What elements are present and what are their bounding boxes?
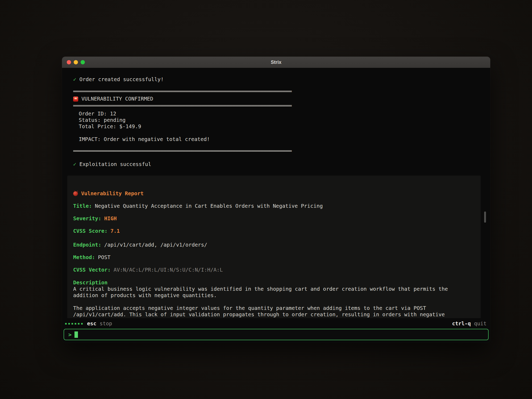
title-bar[interactable]: Strix (62, 57, 490, 68)
field-value: HIGH (104, 215, 117, 222)
status-bar-left: ▪▪▪▪▪▪ esc stop (65, 321, 112, 327)
order-success-text: Order created successfully! (80, 76, 164, 82)
terminal-output[interactable]: ✓ Order created successfully! ══════════… (62, 68, 490, 318)
prompt-symbol: > (68, 331, 72, 338)
order-id-line: Order ID: 12 (79, 111, 490, 117)
description-paragraph: The application accepts negative integer… (73, 305, 458, 318)
report-title: Vulnerability Report (81, 190, 144, 197)
text-cursor (74, 331, 78, 338)
vulnerability-report-panel: Vulnerability Report Title:Negative Quan… (67, 176, 481, 318)
impact-line: IMPACT: Order with negative total create… (73, 136, 490, 143)
separator: ════════════════════════════════════════… (73, 103, 294, 109)
command-input[interactable]: > (64, 329, 489, 340)
report-field-severity: Severity:HIGH (73, 215, 473, 222)
field-label: Endpoint: (73, 242, 101, 248)
separator: ════════════════════════════════════════… (73, 88, 294, 95)
minimize-button[interactable] (74, 60, 78, 64)
field-label: Title: (73, 203, 92, 209)
spinner-icon: ▪▪▪▪▪▪ (65, 321, 84, 326)
input-area: > (62, 329, 490, 343)
separator: ════════════════════════════════════════… (73, 148, 294, 154)
report-field-cvss-vector: CVSS Vector:AV:N/AC:L/PR:L/UI:N/S:U/C:N/… (73, 267, 473, 273)
vulnerability-confirmed-text: VULNERABILITY CONFIRMED (81, 96, 153, 102)
siren-icon (73, 97, 78, 102)
field-label: CVSS Vector: (73, 267, 111, 273)
traffic-lights (67, 57, 85, 68)
scrollbar-thumb[interactable] (484, 211, 486, 223)
field-label: Method: (73, 254, 95, 260)
field-value: Negative Quantity Acceptance in Cart Ena… (95, 203, 323, 209)
exploitation-success-text: Exploitation successful (80, 161, 151, 167)
report-field-title: Title:Negative Quantity Acceptance in Ca… (73, 203, 473, 209)
bug-icon (73, 191, 78, 196)
exploitation-success-line: ✓ Exploitation successful (73, 161, 490, 168)
field-value: AV:N/AC:L/PR:L/UI:N/S:U/C:N/I:H/A:L (114, 267, 223, 273)
esc-key-label: esc (87, 321, 96, 327)
terminal-window: Strix ✓ Order created successfully! ════… (62, 57, 490, 343)
quit-hint: quit (474, 321, 487, 327)
status-line: Status: pending (79, 117, 490, 123)
order-success-line: ✓ Order created successfully! (73, 76, 490, 83)
field-value: /api/v1/cart/add, /api/v1/orders/ (104, 242, 207, 248)
description-paragraph: A critical business logic vulnerability … (73, 286, 458, 299)
description-heading: Description (73, 280, 473, 286)
report-header: Vulnerability Report (73, 190, 473, 197)
field-value: POST (98, 254, 110, 260)
total-price-line: Total Price: $-149.9 (79, 123, 490, 130)
check-icon: ✓ (73, 76, 76, 82)
report-field-endpoint: Endpoint:/api/v1/cart/add, /api/v1/order… (73, 242, 473, 248)
field-label: CVSS Score: (73, 228, 107, 234)
stop-hint: stop (99, 321, 112, 327)
report-field-method: Method:POST (73, 254, 473, 261)
status-bar: ▪▪▪▪▪▪ esc stop ctrl-q quit (62, 318, 490, 329)
close-button[interactable] (67, 60, 71, 64)
field-value: 7.1 (110, 228, 120, 234)
field-label: Severity: (73, 215, 101, 222)
status-bar-right: ctrl-q quit (452, 321, 487, 327)
window-title: Strix (271, 60, 281, 65)
ctrl-q-key-label: ctrl-q (452, 321, 471, 327)
maximize-button[interactable] (81, 60, 85, 64)
check-icon: ✓ (73, 161, 76, 167)
vulnerability-confirmed-line: VULNERABILITY CONFIRMED (73, 96, 490, 102)
report-field-cvss-score: CVSS Score:7.1 (73, 228, 473, 234)
order-details: Order ID: 12 Status: pending Total Price… (73, 111, 490, 130)
